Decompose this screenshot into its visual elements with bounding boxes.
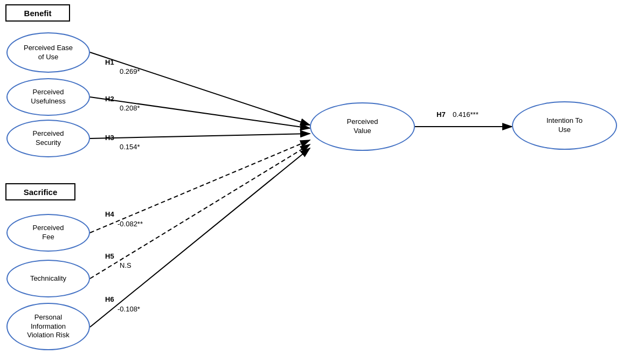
h6-value: -0.108* (117, 305, 140, 313)
h4-label: H4 (105, 210, 114, 218)
perceived-ease-ellipse: Perceived Easeof Use (6, 32, 90, 73)
h2-value: 0.208* (120, 104, 140, 112)
perceived-security-ellipse: PerceivedSecurity (6, 120, 90, 157)
technicality-ellipse: Technicality (6, 260, 90, 297)
h1-label: H1 (105, 58, 114, 66)
personal-info-ellipse: PersonalInformationViolation Risk (6, 303, 90, 350)
sacrifice-box: Sacrifice (5, 183, 75, 200)
perceived-value-ellipse: PerceivedValue (310, 102, 415, 151)
h1-arrow (90, 52, 310, 125)
arrows-svg (0, 0, 644, 354)
h7-value: 0.416*** (453, 110, 479, 119)
h6-arrow (90, 148, 310, 327)
h5-label: H5 (105, 252, 114, 260)
h2-arrow (90, 97, 310, 128)
h2-label: H2 (105, 95, 114, 103)
h5-value: N.S (120, 261, 131, 269)
h6-label: H6 (105, 295, 114, 303)
h3-value: 0.154* (120, 143, 140, 151)
h7-label: H7 (437, 110, 446, 119)
h4-value: -0.082** (117, 220, 143, 228)
perceived-usefulness-ellipse: PerceivedUsefulness (6, 78, 90, 116)
h4-arrow (90, 140, 310, 233)
benefit-box: Benefit (5, 4, 70, 22)
diagram-container: Benefit Sacrifice Perceived Easeof Use P… (0, 0, 644, 354)
h1-value: 0.269* (120, 67, 140, 75)
intention-to-use-ellipse: Intention ToUse (512, 101, 617, 150)
h5-arrow (90, 144, 310, 279)
perceived-fee-ellipse: PerceivedFee (6, 214, 90, 252)
h3-label: H3 (105, 134, 114, 142)
h3-arrow (90, 134, 310, 138)
